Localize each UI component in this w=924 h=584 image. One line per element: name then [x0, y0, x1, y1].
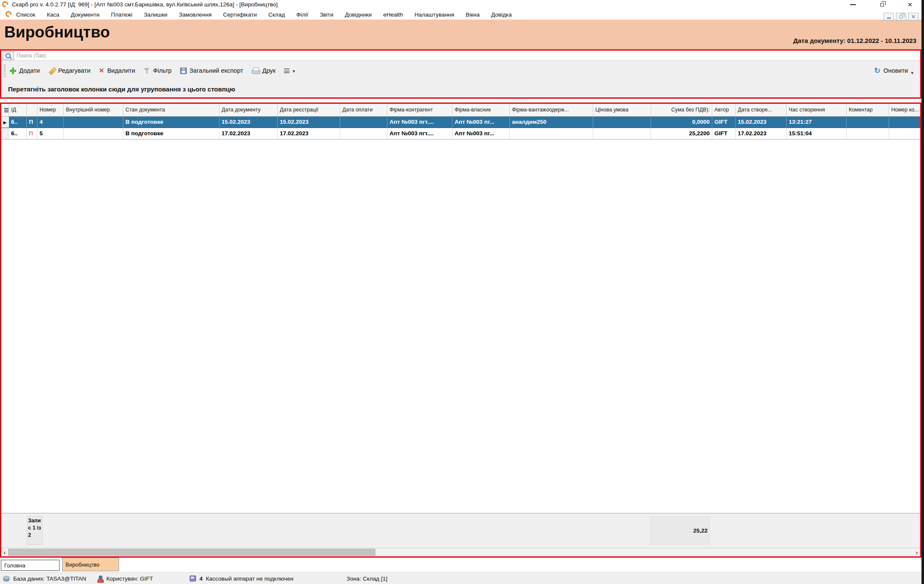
cash-register-label: Кассовый аппарат не подключен [206, 575, 293, 582]
table-row[interactable]: 6.. П 5 В подготовке 17.02.2023 17.02.20… [1, 128, 920, 140]
page-title: Виробництво [4, 23, 110, 41]
tab-vyrobnytstvo[interactable]: Виробництво [62, 558, 119, 571]
column-price-condition[interactable]: Цінова умова [593, 104, 651, 116]
table-row-selected[interactable]: 6.. П 4 В подготовке 15.02.2023 15.02.20… [1, 117, 920, 128]
column-grip[interactable] [1, 104, 9, 116]
menu-kasa[interactable]: Каса [47, 11, 60, 18]
column-doc-state[interactable]: Стан документа [123, 104, 219, 116]
cash-register-icon [190, 575, 196, 581]
menu-sklad[interactable]: Склад [268, 11, 285, 18]
refresh-icon [874, 66, 880, 75]
column-doc-date[interactable]: Дата документу [219, 104, 278, 116]
column-owner[interactable]: Фірма-власник [452, 104, 510, 116]
cell-owner: Апт №003 пг... [452, 117, 510, 128]
column-comment-number[interactable]: Номер ко... [889, 104, 920, 116]
cell-price-condition [593, 117, 651, 128]
title-bar: Скарб pro v. 4.0.2.77 [ІД: 969] - [Апт №… [0, 0, 924, 9]
filter-button[interactable]: Фільтр [144, 67, 172, 74]
cell-doc-state: В подготовке [123, 128, 219, 139]
cell-owner: Апт №003 пг... [452, 128, 510, 139]
cell-comment [847, 128, 889, 139]
search-button[interactable] [3, 51, 14, 60]
menu-ehealth[interactable]: eHealth [383, 11, 403, 18]
cell-sum: 0,0000 [651, 117, 712, 128]
cell-flag: П [27, 117, 37, 128]
menu-spysok[interactable]: Список [16, 11, 35, 18]
app-icon [2, 1, 8, 7]
delete-button-label: Видалити [107, 67, 135, 74]
menu-dovidnyky[interactable]: Довідники [345, 11, 372, 18]
cell-internal-number [64, 117, 123, 128]
horizontal-scrollbar: ‹ › [1, 548, 920, 556]
scroll-left-arrow[interactable]: ‹ [1, 548, 8, 556]
menu-filii[interactable]: Філії [296, 11, 308, 18]
cell-consignee: аналдим250 [510, 117, 593, 128]
menu-platezhi[interactable]: Платежі [111, 11, 132, 18]
row-indicator [1, 128, 9, 139]
export-button[interactable]: Загальний експорт [180, 67, 243, 74]
search-input[interactable] [14, 51, 920, 60]
edit-button[interactable]: Редагувати [48, 67, 91, 74]
menu-nalashtuvannia[interactable]: Налаштування [415, 11, 454, 18]
menu-dovidka[interactable]: Довідка [491, 11, 512, 18]
tab-holovna[interactable]: Головна [1, 560, 60, 571]
user-icon [97, 575, 103, 582]
delete-button[interactable]: Видалити [99, 67, 135, 74]
column-id[interactable]: ІД [9, 104, 27, 116]
column-internal-number[interactable]: Внутрішній номер [64, 104, 123, 116]
print-button[interactable]: Друк [252, 67, 276, 74]
zone-label: Зона: Склад [1] [347, 575, 387, 582]
printer-icon [252, 68, 259, 74]
cell-price-condition [593, 128, 651, 139]
row-indicator [1, 117, 9, 128]
toolbar-grip[interactable] [4, 64, 6, 77]
grid-header-row: ІД Номер Внутрішній номер Стан документа… [1, 104, 920, 117]
cell-id: 6.. [9, 128, 27, 139]
annotation-rect-top: Додати Редагувати Видалити Фільтр Загаль… [0, 49, 921, 99]
cell-create-date: 17.02.2023 [736, 128, 787, 139]
group-by-bar[interactable]: Перетягніть заголовок колонки сюди для у… [1, 80, 920, 97]
column-author[interactable]: Автор [712, 104, 736, 116]
cell-create-time: 13:21:27 [787, 117, 847, 128]
cell-sum: 25,2200 [651, 128, 712, 139]
column-number[interactable]: Номер [37, 104, 64, 116]
mdi-close-button[interactable]: × [908, 13, 918, 20]
menu-dokumenty[interactable]: Документи [71, 11, 100, 18]
column-create-time[interactable]: Час створення [787, 104, 847, 116]
scroll-right-arrow[interactable]: › [913, 548, 920, 556]
mdi-window-buttons: × [884, 13, 918, 20]
column-sum[interactable]: Сума без ПДВ): [651, 104, 712, 116]
cell-pay-date [340, 117, 387, 128]
column-pay-date[interactable]: Дата оплати [340, 104, 387, 116]
database-icon [3, 576, 9, 581]
column-reg-date[interactable]: Дата реєстрації [278, 104, 340, 116]
user-status: Користувач: GIFT [97, 573, 153, 584]
menu-zalyshky[interactable]: Залишки [144, 11, 167, 18]
scrollbar-thumb[interactable] [8, 549, 375, 556]
add-button-label: Додати [19, 67, 40, 74]
search-icon [5, 53, 12, 60]
restore-button[interactable] [876, 1, 888, 9]
add-button[interactable]: Додати [10, 67, 40, 74]
column-consignee[interactable]: Фірма-вантажоодерж... [510, 104, 593, 116]
close-button[interactable]: × [904, 1, 916, 9]
menu-zamovlennia[interactable]: Замовлення [179, 11, 212, 18]
mdi-restore-button[interactable] [896, 13, 906, 20]
cell-reg-date: 15.02.2023 [278, 117, 340, 128]
column-contractor[interactable]: Фірма-контрагент [387, 104, 452, 116]
cell-create-date: 15.02.2023 [736, 117, 787, 128]
column-flag[interactable] [27, 104, 37, 116]
menu-vikna[interactable]: Вікна [466, 11, 480, 18]
database-status: База даних: TASA3@TITAN [3, 573, 86, 584]
list-icon [284, 68, 290, 73]
toolbar: Додати Редагувати Видалити Фільтр Загаль… [1, 61, 920, 80]
list-options-button[interactable] [284, 67, 295, 74]
mdi-minimize-button[interactable] [884, 13, 894, 20]
filter-button-label: Фільтр [153, 67, 172, 74]
menu-sertyfikaty[interactable]: Сертифікати [223, 11, 257, 18]
menu-zvity[interactable]: Звіти [320, 11, 333, 18]
minimize-button[interactable] [847, 1, 859, 9]
column-comment[interactable]: Коментар [847, 104, 889, 116]
refresh-button[interactable]: Оновити [874, 66, 913, 76]
column-create-date[interactable]: Дата створе... [736, 104, 787, 116]
